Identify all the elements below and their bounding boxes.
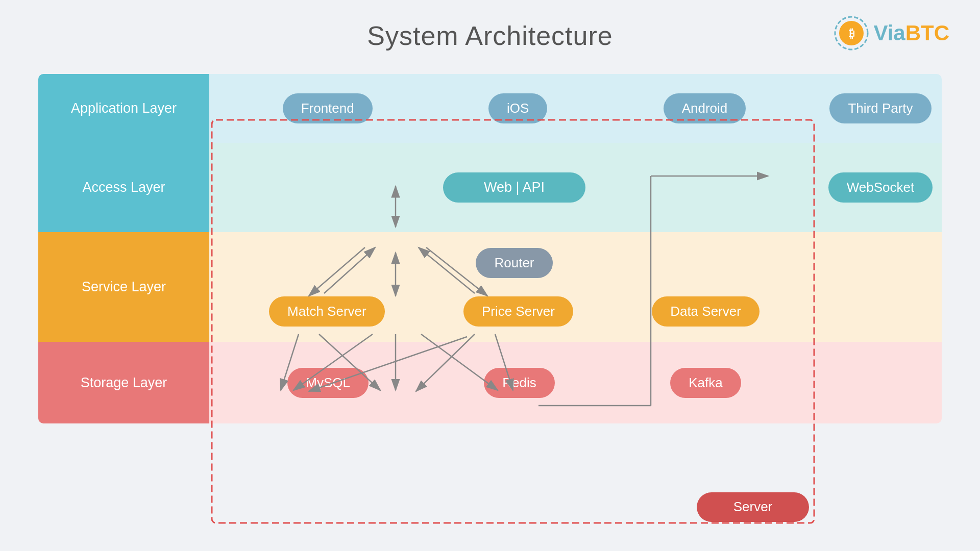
router-pill: Router — [476, 248, 552, 278]
ios-pill: iOS — [488, 93, 547, 123]
service-layer-content: Router Match Server Price Server Data Se… — [209, 232, 819, 342]
application-layer-label: Application Layer — [38, 74, 209, 143]
bitcoin-logo-icon: ₿ — [834, 15, 869, 51]
storage-right-area — [819, 342, 942, 423]
page-title: System Architecture — [0, 0, 980, 51]
websocket-area: WebSocket — [819, 143, 942, 232]
application-layer-content: Frontend iOS Android — [209, 74, 819, 143]
match-server-pill: Match Server — [269, 296, 385, 327]
websocket-pill: WebSocket — [828, 172, 933, 203]
architecture-diagram: Application Layer Frontend iOS Android T… — [38, 74, 942, 533]
storage-layer-content: MySQL Redis Kafka — [209, 342, 819, 423]
service-right-area — [819, 232, 942, 342]
page: System Architecture ₿ ViaBTC Application… — [0, 0, 980, 551]
svg-text:₿: ₿ — [849, 27, 854, 40]
data-server-pill: Data Server — [652, 296, 760, 327]
kafka-pill: Kafka — [670, 368, 741, 398]
logo: ₿ ViaBTC — [834, 15, 949, 51]
third-party-area: Third Party — [819, 74, 942, 143]
access-layer-content: Web | API — [209, 143, 819, 232]
redis-pill: Redis — [484, 368, 554, 398]
web-api-pill: Web | API — [443, 172, 585, 203]
service-layer-label: Service Layer — [38, 232, 209, 342]
logo-text: ViaBTC — [873, 21, 949, 45]
third-party-pill: Third Party — [829, 93, 931, 123]
price-server-pill: Price Server — [463, 296, 573, 327]
access-layer-label: Access Layer — [38, 143, 209, 232]
android-pill: Android — [664, 93, 746, 123]
storage-layer-label: Storage Layer — [38, 342, 209, 423]
mysql-pill: MySQL — [287, 368, 369, 398]
frontend-pill: Frontend — [283, 93, 373, 123]
